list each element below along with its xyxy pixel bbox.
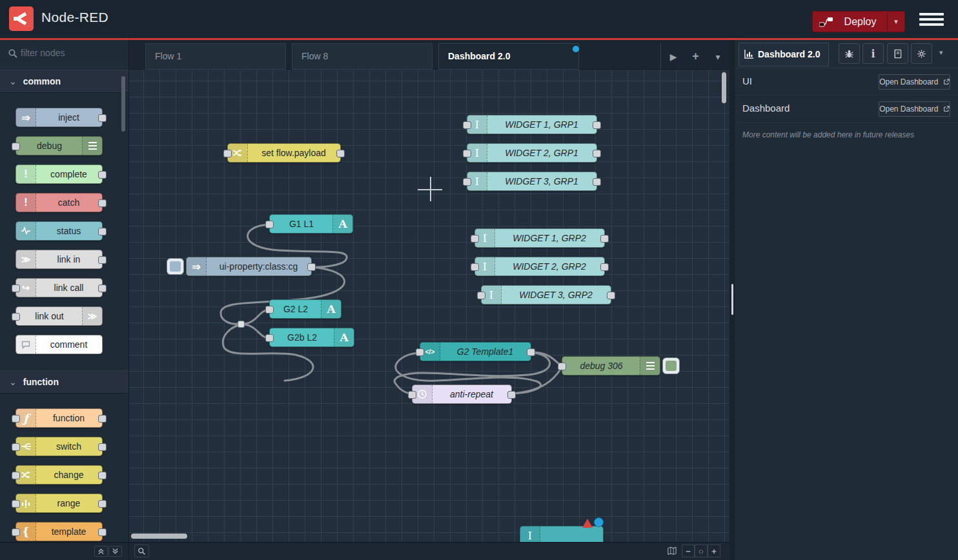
input-port[interactable] — [463, 121, 471, 129]
tab-scroll-button[interactable]: ▶ — [664, 44, 683, 70]
input-port[interactable] — [265, 334, 274, 342]
zoom-reset-button[interactable]: ○ — [695, 545, 708, 557]
node-anti-repeat[interactable]: anti-repeat — [412, 385, 512, 404]
wire-junction[interactable] — [238, 321, 245, 328]
palette-node-link-in[interactable]: ≫link in — [15, 250, 103, 269]
palette-node-range[interactable]: range — [15, 494, 103, 513]
palette-node-inject[interactable]: ⇒inject — [15, 108, 103, 127]
input-port[interactable] — [471, 263, 479, 271]
flow-canvas[interactable]: set flow.payloadIWIDGET 1, GRP1IWIDGET 2… — [129, 70, 729, 542]
palette-node-function[interactable]: ƒfunction — [15, 408, 103, 428]
category-header-common[interactable]: ⌄common — [0, 70, 128, 93]
input-port[interactable] — [477, 292, 485, 299]
output-port[interactable] — [98, 199, 107, 207]
canvas-search-button[interactable] — [134, 545, 149, 557]
palette-node-change[interactable]: change — [15, 465, 103, 485]
output-port[interactable] — [98, 415, 107, 423]
input-port[interactable] — [471, 235, 479, 243]
input-port[interactable] — [223, 150, 232, 157]
palette-node-complete[interactable]: !complete — [15, 165, 103, 184]
canvas-vscrollbar-thumb[interactable] — [722, 72, 726, 103]
tab-flow-1[interactable]: Flow 1 — [145, 43, 286, 70]
input-port[interactable] — [12, 443, 20, 451]
node-widget-1-grp1[interactable]: IWIDGET 1, GRP1 — [467, 115, 597, 134]
palette-node-link-call[interactable]: ↪link call — [15, 278, 103, 297]
palette-scrollbar[interactable] — [121, 76, 125, 132]
input-port[interactable] — [12, 528, 20, 536]
category-header-function[interactable]: ⌄function — [0, 370, 128, 394]
output-port[interactable] — [98, 114, 107, 122]
output-port[interactable] — [98, 228, 107, 235]
node-debug-306[interactable]: debug 306 — [562, 356, 660, 375]
output-port[interactable] — [98, 500, 107, 508]
input-port[interactable] — [12, 472, 20, 479]
input-port[interactable] — [12, 313, 20, 321]
output-port[interactable] — [593, 178, 601, 186]
output-port[interactable] — [98, 285, 107, 292]
node-g1-l1[interactable]: AG1 L1 — [269, 214, 353, 234]
node-ui-property-class-cg[interactable]: ⇒ui-property:class:cg — [186, 257, 312, 276]
sidebar-resize-handle[interactable] — [731, 284, 733, 315]
main-menu-button[interactable] — [919, 13, 944, 28]
output-port[interactable] — [98, 256, 107, 264]
output-port[interactable] — [607, 292, 615, 299]
output-port[interactable] — [593, 150, 601, 157]
palette-node-switch[interactable]: switch — [15, 437, 103, 456]
palette-node-comment[interactable]: comment — [15, 335, 103, 354]
palette-node-debug[interactable]: debug — [15, 136, 103, 155]
sidebar-help-button[interactable] — [887, 43, 908, 64]
input-port[interactable] — [558, 363, 566, 370]
output-port[interactable] — [600, 235, 609, 243]
input-port[interactable] — [265, 306, 274, 314]
output-port[interactable] — [307, 263, 316, 271]
input-port[interactable] — [463, 178, 471, 186]
input-port[interactable] — [12, 415, 20, 423]
output-port[interactable] — [600, 263, 609, 271]
debug-toggle-button[interactable] — [662, 357, 680, 374]
zoom-out-button[interactable]: − — [682, 545, 695, 557]
palette-node-status[interactable]: status — [15, 221, 103, 241]
output-port[interactable] — [527, 348, 535, 356]
node-g2-template1[interactable]: </>G2 Template1 — [420, 342, 531, 361]
node-widget-2-grp1[interactable]: IWIDGET 2, GRP1 — [467, 143, 597, 163]
output-port[interactable] — [507, 391, 516, 399]
deploy-button[interactable]: Deploy ▾ — [812, 11, 905, 32]
node-widget-3-grp1[interactable]: IWIDGET 3, GRP1 — [467, 172, 597, 191]
output-port[interactable] — [593, 121, 601, 129]
input-port[interactable] — [12, 500, 20, 508]
palette-filter-input[interactable]: filter nodes — [0, 40, 128, 67]
canvas-hscrollbar-thumb[interactable] — [131, 534, 187, 539]
input-port[interactable] — [12, 143, 20, 150]
output-port[interactable] — [98, 443, 107, 451]
sidebar-info-button[interactable]: i — [862, 43, 884, 64]
input-port[interactable] — [408, 391, 416, 399]
node-widget-1-grp2[interactable]: IWIDGET 1, GRP2 — [474, 228, 605, 248]
node-widget-2-grp2[interactable]: IWIDGET 2, GRP2 — [474, 257, 605, 276]
output-port[interactable] — [98, 472, 107, 479]
deploy-options-caret[interactable]: ▾ — [887, 12, 904, 32]
node-g2-l2[interactable]: AG2 L2 — [269, 299, 341, 319]
open-dashboard-button[interactable]: Open Dashboard — [879, 101, 950, 117]
node-g2b-l2[interactable]: AG2b L2 — [269, 328, 354, 347]
input-port[interactable] — [12, 285, 20, 292]
node-set-flow-payload[interactable]: set flow.payload — [227, 143, 341, 163]
input-port[interactable] — [265, 221, 274, 228]
node-partial-widget-node[interactable]: I — [520, 526, 604, 542]
wire[interactable] — [531, 352, 561, 366]
palette-collapse-down-button[interactable] — [108, 546, 122, 557]
palette-node-link-out[interactable]: ≫link out — [15, 306, 103, 326]
sidebar-tab-dashboard[interactable]: Dashboard 2.0 — [739, 43, 829, 66]
sidebar-debug-button[interactable] — [839, 43, 860, 64]
tab-flow-8[interactable]: Flow 8 — [292, 43, 433, 70]
sidebar-config-button[interactable] — [911, 43, 932, 64]
output-port[interactable] — [98, 171, 107, 179]
add-flow-button[interactable]: + — [686, 43, 706, 69]
sidebar-menu-caret[interactable]: ▾ — [939, 48, 943, 57]
output-port[interactable] — [336, 150, 345, 157]
palette-node-catch[interactable]: !catch — [15, 193, 103, 212]
zoom-in-button[interactable]: + — [708, 545, 720, 557]
inject-trigger-button[interactable] — [167, 258, 184, 275]
output-port[interactable] — [98, 528, 107, 536]
input-port[interactable] — [463, 150, 471, 157]
input-port[interactable] — [416, 348, 424, 356]
